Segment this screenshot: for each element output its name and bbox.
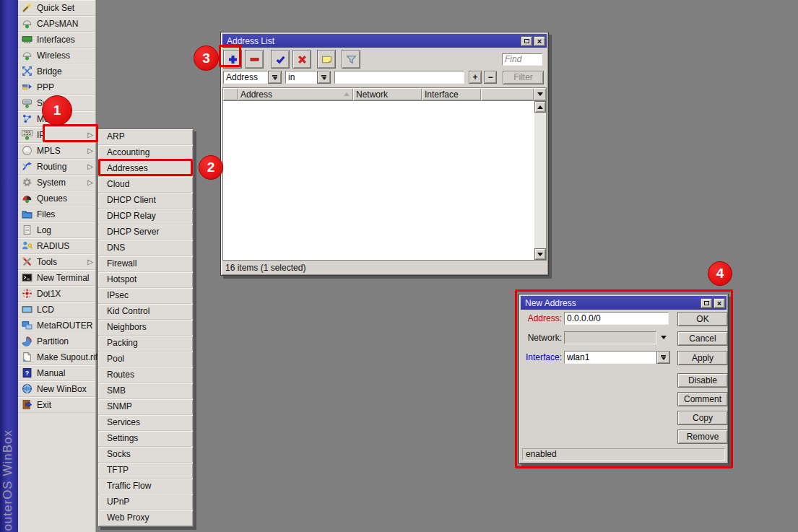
- submenu-arrow-icon: ▷: [87, 258, 93, 266]
- column-menu-button[interactable]: [534, 88, 546, 100]
- submenu-item-addresses[interactable]: Addresses: [98, 161, 193, 177]
- enable-button[interactable]: [271, 50, 290, 69]
- filter-add-button[interactable]: +: [469, 71, 482, 84]
- scroll-down-button[interactable]: [534, 248, 546, 260]
- comment-button[interactable]: [317, 50, 336, 69]
- filter-operator-select[interactable]: in: [285, 71, 317, 84]
- submenu-item-web-proxy[interactable]: Web Proxy: [98, 510, 193, 526]
- submenu-item-cloud[interactable]: Cloud: [98, 177, 193, 193]
- sidebar-item-log[interactable]: Log: [18, 222, 95, 238]
- submenu-item-dhcp-relay[interactable]: DHCP Relay: [98, 209, 193, 224]
- submenu-item-tftp[interactable]: TFTP: [98, 463, 193, 479]
- sidebar-item-ppp[interactable]: PPP: [18, 79, 95, 95]
- sidebar-item-lcd[interactable]: LCD: [18, 302, 95, 318]
- sidebar-item-exit[interactable]: Exit: [18, 397, 95, 413]
- copy-button[interactable]: Copy: [677, 411, 728, 425]
- column-header-interface[interactable]: Interface: [422, 88, 481, 100]
- interface-field[interactable]: [564, 351, 656, 364]
- new-address-titlebar[interactable]: New Address ×: [521, 296, 727, 310]
- interface-dropdown-button[interactable]: [656, 351, 670, 364]
- sidebar-item-new-terminal[interactable]: New Terminal: [18, 270, 95, 286]
- submenu-item-traffic-flow[interactable]: Traffic Flow: [98, 479, 193, 494]
- sidebar-item-make-supout-rif[interactable]: Make Supout.rif: [18, 349, 95, 365]
- column-header-select[interactable]: [223, 88, 238, 100]
- address-list-table-body[interactable]: [222, 100, 547, 261]
- maximize-button[interactable]: [521, 36, 532, 46]
- submenu-item-services[interactable]: Services: [98, 415, 193, 431]
- submenu-item-arp[interactable]: ARP: [98, 129, 193, 145]
- funnel-icon: [346, 54, 357, 65]
- close-button[interactable]: ×: [534, 36, 545, 46]
- submenu-arrow-icon: ▷: [87, 163, 93, 170]
- sidebar-item-wireless[interactable]: Wireless: [18, 48, 95, 64]
- submenu-item-dhcp-client[interactable]: DHCP Client: [98, 193, 193, 209]
- ok-button[interactable]: OK: [677, 312, 728, 326]
- sidebar-item-mesh[interactable]: Mesh: [18, 111, 95, 127]
- step-badge-4: 4: [708, 261, 732, 286]
- nic-icon: [22, 34, 32, 45]
- sidebar-item-quick-set[interactable]: Quick Set: [18, 0, 95, 16]
- submenu-item-firewall[interactable]: Firewall: [98, 256, 193, 272]
- cancel-button[interactable]: Cancel: [677, 331, 728, 346]
- sidebar-item-metarouter[interactable]: MetaROUTER: [18, 318, 95, 333]
- comment-button[interactable]: Comment: [677, 392, 728, 406]
- sidebar-item-new-winbox[interactable]: New WinBox: [18, 381, 95, 397]
- submenu-item-pool[interactable]: Pool: [98, 352, 193, 367]
- sidebar-item-ip[interactable]: 255IP▷: [18, 127, 95, 143]
- submenu-item-snmp[interactable]: SNMP: [98, 399, 193, 415]
- submenu-item-hotspot[interactable]: Hotspot: [98, 272, 193, 288]
- sidebar-item-dot1x[interactable]: Dot1X: [18, 286, 95, 302]
- submenu-item-routes[interactable]: Routes: [98, 367, 193, 383]
- sidebar-item-files[interactable]: Files: [18, 206, 95, 222]
- sort-ascending-icon: [344, 92, 350, 96]
- sidebar-item-mpls[interactable]: MPLS▷: [18, 143, 95, 159]
- apply-button[interactable]: Apply: [677, 351, 728, 365]
- sidebar-item-system[interactable]: System▷: [18, 175, 95, 191]
- disable-button[interactable]: Disable: [677, 373, 728, 388]
- column-header-network[interactable]: Network: [353, 88, 422, 100]
- sidebar-item-label: Interfaces: [37, 35, 75, 45]
- sidebar-item-tools[interactable]: Tools▷: [18, 254, 95, 270]
- submenu-item-packing[interactable]: Packing: [98, 336, 193, 352]
- new-address-status: enabled: [522, 448, 725, 461]
- filter-value-input[interactable]: [334, 71, 464, 84]
- filter-field-dropdown-button[interactable]: [268, 71, 282, 84]
- submenu-item-settings[interactable]: Settings: [98, 431, 193, 447]
- submenu-item-dns[interactable]: DNS: [98, 240, 193, 256]
- maximize-button[interactable]: [701, 298, 712, 308]
- submenu-item-ipsec[interactable]: IPsec: [98, 288, 193, 304]
- vertical-scrollbar[interactable]: [534, 101, 546, 260]
- address-field[interactable]: [564, 312, 669, 325]
- sidebar-item-partition[interactable]: Partition: [18, 333, 95, 349]
- filter-field-select[interactable]: Address: [223, 71, 268, 84]
- scroll-up-button[interactable]: [534, 101, 546, 113]
- filter-apply-button[interactable]: Filter: [503, 71, 544, 84]
- filter-button[interactable]: [342, 50, 360, 69]
- sidebar-item-routing[interactable]: Routing▷: [18, 159, 95, 175]
- submenu-item-accounting[interactable]: Accounting: [98, 145, 193, 161]
- sidebar-item-interfaces[interactable]: Interfaces: [18, 32, 95, 48]
- submenu-item-dhcp-server[interactable]: DHCP Server: [98, 224, 193, 240]
- sidebar-item-capsman[interactable]: CAPsMAN: [18, 16, 95, 32]
- add-button[interactable]: [223, 50, 242, 69]
- sidebar-item-switch[interactable]: Switch: [18, 95, 95, 111]
- network-dropdown-icon[interactable]: [661, 336, 667, 339]
- address-list-titlebar[interactable]: Address List ×: [222, 34, 547, 48]
- submenu-item-upnp[interactable]: UPnP: [98, 494, 193, 510]
- filter-remove-button[interactable]: −: [484, 71, 497, 84]
- filter-operator-dropdown-button[interactable]: [317, 71, 331, 84]
- submenu-item-socks[interactable]: Socks: [98, 447, 193, 463]
- sidebar-item-queues[interactable]: Queues: [18, 191, 95, 206]
- find-input[interactable]: [502, 53, 542, 66]
- disable-button[interactable]: [292, 50, 311, 69]
- sidebar-item-bridge[interactable]: Bridge: [18, 64, 95, 79]
- close-button[interactable]: ×: [714, 298, 725, 308]
- sidebar-item-radius[interactable]: RADIUS: [18, 238, 95, 254]
- submenu-item-smb[interactable]: SMB: [98, 383, 193, 399]
- column-header-address[interactable]: Address: [238, 88, 353, 100]
- submenu-item-neighbors[interactable]: Neighbors: [98, 320, 193, 336]
- sidebar-item-manual[interactable]: ?Manual: [18, 365, 95, 381]
- remove-button[interactable]: [245, 50, 264, 69]
- remove-button[interactable]: Remove: [677, 429, 728, 444]
- submenu-item-kid-control[interactable]: Kid Control: [98, 304, 193, 320]
